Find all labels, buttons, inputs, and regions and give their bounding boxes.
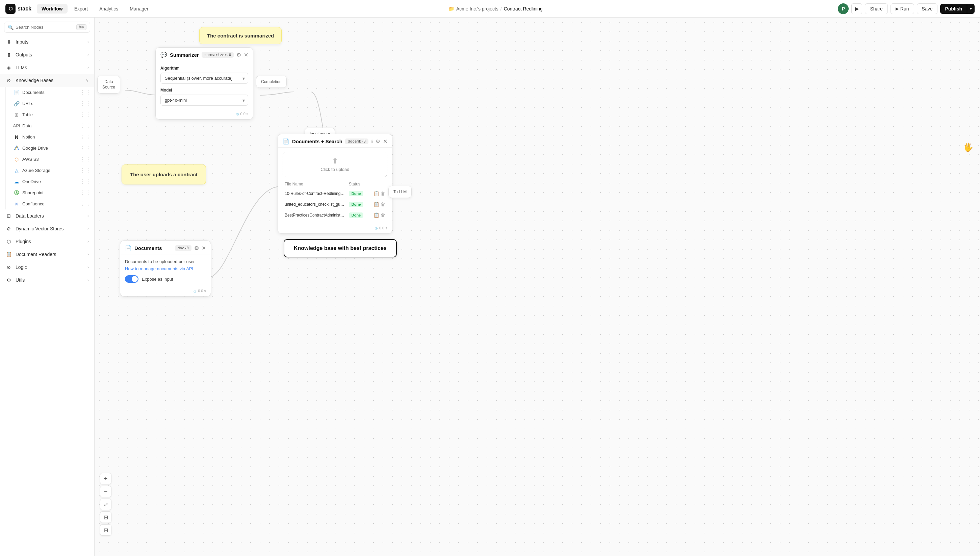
drag-icon: ⋮⋮ <box>80 178 91 185</box>
chevron-right-icon: › <box>87 213 89 218</box>
docs-small-settings-icon[interactable]: ⚙ <box>194 245 199 251</box>
sidebar-sub-item-onedrive[interactable]: ☁ OneDrive ⋮⋮ <box>10 176 94 187</box>
sidebar-sub-item-urls[interactable]: 🔗 URLs ⋮⋮ <box>10 98 94 109</box>
share-button[interactable]: Share <box>865 3 888 14</box>
sidebar-item-label: Utils <box>16 277 25 283</box>
docs-small-close-icon[interactable]: ✕ <box>202 245 206 251</box>
plugins-icon: ⬡ <box>5 238 12 245</box>
dvs-icon: ⊘ <box>5 225 12 232</box>
chevron-right-icon: › <box>87 52 89 57</box>
toggle-knob <box>132 276 138 282</box>
table-row: BestPracticesContractAdministration... D… <box>283 210 387 221</box>
file-view-icon[interactable]: 📋 <box>373 212 379 218</box>
search-kbd: ⌘K <box>76 24 86 30</box>
expose-toggle[interactable] <box>125 275 139 283</box>
sidebar-sub-item-aws-s3[interactable]: ⬡ AWS S3 ⋮⋮ <box>10 154 94 165</box>
algorithm-select[interactable]: Sequential (slower, more accurate) <box>160 73 248 84</box>
sidebar-item-inputs[interactable]: ⬇ Inputs › <box>0 36 94 48</box>
summarizer-settings-icon[interactable]: ⚙ <box>236 52 241 58</box>
run-label: Run <box>900 6 909 11</box>
sidebar-sub-item-sharepoint[interactable]: Ⓢ Sharepoint ⋮⋮ <box>10 187 94 198</box>
upload-area[interactable]: ⬆ Click to upload <box>283 152 387 177</box>
breadcrumb: 📁 Acme Inc.'s projects / Contract Redlin… <box>155 6 836 11</box>
actions-col <box>367 180 387 188</box>
docs-small-title: Documents <box>134 245 172 251</box>
table-row: united_educators_checklist_guide_for... … <box>283 199 387 210</box>
sidebar-sub-item-table[interactable]: ⊞ Table ⋮⋮ <box>10 109 94 120</box>
sidebar-item-utils[interactable]: ⚙ Utils › <box>0 274 94 286</box>
file-status: Done <box>347 188 367 199</box>
datasource-label: DataSource <box>102 79 115 90</box>
docs-search-settings-icon[interactable]: ⚙ <box>376 138 380 145</box>
file-actions: 📋 🗑 <box>367 199 387 210</box>
sidebar-sub-item-google-drive[interactable]: Google Drive ⋮⋮ <box>10 142 94 154</box>
logo-icon: ⬡ <box>5 4 16 14</box>
file-delete-icon[interactable]: 🗑 <box>381 202 385 207</box>
sub-item-label: OneDrive <box>22 179 41 184</box>
sidebar-sub-item-confluence[interactable]: ✕ Confluence ⋮⋮ <box>10 198 94 209</box>
file-delete-icon[interactable]: 🗑 <box>381 191 385 196</box>
drag-icon: ⋮⋮ <box>80 100 91 107</box>
datasource-node: DataSource <box>97 76 120 94</box>
file-name: united_educators_checklist_guide_for... <box>283 199 347 210</box>
tab-workflow[interactable]: Workflow <box>37 4 68 13</box>
search-box[interactable]: 🔍 ⌘K <box>4 22 90 33</box>
file-delete-icon[interactable]: 🗑 <box>381 212 385 218</box>
publish-button[interactable]: Publish <box>940 4 967 14</box>
chevron-right-icon: › <box>87 65 89 70</box>
summarizer-close-icon[interactable]: ✕ <box>244 52 248 58</box>
upload-icon: ⬆ <box>288 157 382 165</box>
logo[interactable]: ⬡ stack <box>5 4 31 14</box>
file-view-icon[interactable]: 📋 <box>373 202 379 207</box>
completion-label: Completion <box>261 79 282 84</box>
sidebar-sub-item-azure[interactable]: △ Azure Storage ⋮⋮ <box>10 165 94 176</box>
sidebar-sub-item-notion[interactable]: N Notion ⋮⋮ <box>10 131 94 142</box>
sidebar-item-logic[interactable]: ⊗ Logic › <box>0 261 94 274</box>
docs-search-badge: docemb-0 <box>345 139 368 144</box>
avatar[interactable]: P <box>838 3 849 14</box>
sidebar-item-dynamic-vector-stores[interactable]: ⊘ Dynamic Vector Stores › <box>0 222 94 235</box>
status-col: Status <box>347 180 367 188</box>
sidebar-item-llms[interactable]: ◈ LLMs › <box>0 61 94 74</box>
sidebar-item-knowledge-bases[interactable]: ⊙ Knowledge Bases ∨ <box>0 74 94 87</box>
grid-button[interactable]: ⊞ <box>100 511 111 523</box>
map-button[interactable]: ⊟ <box>100 524 111 536</box>
sidebar-sub-item-documents[interactable]: 📄 Documents ⋮⋮ <box>10 87 94 98</box>
chevron-right-icon: › <box>87 265 89 270</box>
tab-export[interactable]: Export <box>69 4 92 13</box>
publish-caret[interactable]: ▾ <box>967 4 975 14</box>
canvas[interactable]: The contract is summarized The user uplo… <box>95 18 980 556</box>
zoom-out-button[interactable]: − <box>100 486 111 497</box>
drag-icon: ⋮⋮ <box>80 200 91 207</box>
sidebar-item-document-readers[interactable]: 📋 Document Readers › <box>0 248 94 261</box>
save-button[interactable]: Save <box>917 3 938 14</box>
sub-item-label: Sharepoint <box>22 190 44 195</box>
search-icon: 🔍 <box>8 25 13 30</box>
tab-analytics[interactable]: Analytics <box>95 4 123 13</box>
docs-search-close-icon[interactable]: ✕ <box>383 138 387 145</box>
cursor-mode-btn[interactable]: ▶ <box>851 3 862 14</box>
chevron-right-icon: › <box>87 239 89 244</box>
model-select-wrap[interactable]: gpt-4o-mini ▾ <box>160 95 248 106</box>
sidebar-item-label: Document Readers <box>16 252 57 257</box>
docs-api-link[interactable]: How to manage documents via API <box>125 266 193 271</box>
docs-search-info-icon[interactable]: ℹ <box>371 139 373 144</box>
sidebar-item-outputs[interactable]: ⬆ Outputs › <box>0 48 94 61</box>
sticky-summarized-text: The contract is summarized <box>207 33 274 39</box>
tab-manager[interactable]: Manager <box>125 4 153 13</box>
chevron-right-icon: › <box>87 226 89 231</box>
fit-button[interactable]: ⤢ <box>100 499 111 510</box>
algorithm-select-wrap[interactable]: Sequential (slower, more accurate) ▾ <box>160 73 248 84</box>
sidebar-sub-item-data[interactable]: API Data ⋮⋮ <box>10 120 94 131</box>
status-badge: Done <box>349 202 364 207</box>
model-select[interactable]: gpt-4o-mini <box>160 95 248 106</box>
sidebar-item-data-loaders[interactable]: ⊡ Data Loaders › <box>0 209 94 222</box>
drag-icon: ⋮⋮ <box>80 156 91 162</box>
sub-item-label: Azure Storage <box>22 168 50 173</box>
breadcrumb-project[interactable]: Acme Inc.'s projects <box>456 6 499 11</box>
file-view-icon[interactable]: 📋 <box>373 191 379 196</box>
sidebar-item-plugins[interactable]: ⬡ Plugins › <box>0 235 94 248</box>
search-input[interactable] <box>16 25 74 30</box>
zoom-in-button[interactable]: + <box>100 473 111 484</box>
run-button[interactable]: ▶ Run <box>891 3 914 14</box>
